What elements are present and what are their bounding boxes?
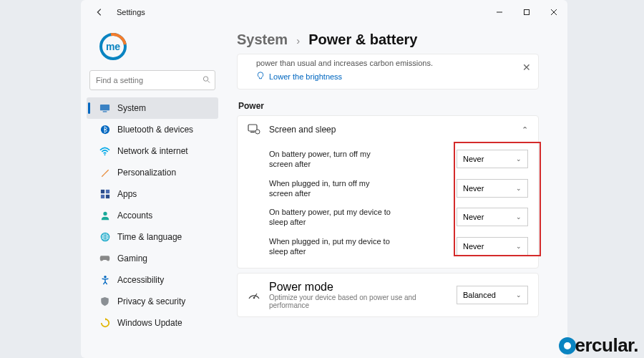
main-panel: System › Power & battery power than usua… — [224, 24, 567, 358]
minimize-button[interactable] — [486, 0, 513, 24]
search-icon — [203, 76, 210, 85]
svg-rect-8 — [100, 190, 104, 193]
card-title: Screen and sleep — [269, 125, 336, 135]
breadcrumb-leaf: Power & battery — [308, 32, 417, 48]
sidebar-item-accessibility[interactable]: Accessibility — [87, 269, 218, 291]
sidebar-item-label: Accessibility — [117, 275, 164, 285]
chevron-down-icon: ⌄ — [516, 243, 522, 250]
power-mode-card: Power mode Optimize your device based on… — [237, 273, 539, 317]
svg-point-7 — [104, 154, 106, 155]
person-icon — [99, 211, 110, 221]
window-title: Settings — [117, 8, 145, 16]
sidebar-item-label: Privacy & security — [117, 296, 185, 306]
sidebar-item-label: Windows Update — [117, 318, 182, 328]
svg-point-19 — [253, 297, 255, 299]
chevron-down-icon: ⌄ — [516, 213, 522, 221]
profile-logo[interactable]: me — [99, 33, 218, 63]
screen-sleep-icon — [248, 123, 260, 136]
setting-label: On battery power, turn off my screen aft… — [269, 149, 391, 170]
nav-list: System Bluetooth & devices Network & int… — [87, 97, 218, 334]
tip-card: power than usual and increases carbon em… — [237, 54, 539, 90]
chevron-up-icon: ⌃ — [522, 125, 528, 135]
sidebar-item-label: Apps — [117, 189, 137, 199]
sidebar-item-system[interactable]: System — [87, 97, 218, 119]
svg-rect-11 — [105, 195, 109, 198]
tip-text: power than usual and increases carbon em… — [256, 59, 531, 67]
section-header-power: Power — [238, 101, 539, 111]
setting-row: On battery power, put my device to sleep… — [269, 203, 528, 232]
sidebar-item-label: System — [117, 103, 146, 113]
dropdown-power-mode[interactable]: Balanced⌄ — [457, 286, 528, 304]
accessibility-icon — [99, 275, 110, 286]
screen-sleep-card: Screen and sleep ⌃ On battery power, tur… — [237, 115, 539, 268]
sidebar-item-label: Time & language — [117, 232, 182, 242]
watermark-logo: ercular. — [559, 334, 638, 357]
sidebar-item-accounts[interactable]: Accounts — [87, 205, 218, 226]
wifi-icon — [99, 146, 110, 157]
dropdown-plugged-screen[interactable]: Never⌄ — [457, 179, 528, 198]
sidebar-item-label: Bluetooth & devices — [117, 125, 193, 135]
globe-icon — [99, 232, 110, 243]
sidebar-item-windows-update[interactable]: Windows Update — [87, 312, 218, 334]
close-icon[interactable]: ✕ — [522, 62, 531, 73]
svg-rect-9 — [105, 190, 109, 193]
lightbulb-icon — [256, 72, 265, 82]
sidebar-item-privacy[interactable]: Privacy & security — [87, 291, 218, 312]
svg-point-14 — [104, 276, 107, 279]
window-controls — [486, 0, 567, 24]
dropdown-battery-screen[interactable]: Never⌄ — [457, 150, 528, 168]
power-mode-icon — [248, 289, 260, 301]
sidebar-item-gaming[interactable]: Gaming — [87, 248, 218, 269]
card-subtitle: Optimize your device based on power use … — [269, 294, 448, 309]
power-mode-row[interactable]: Power mode Optimize your device based on… — [238, 274, 538, 316]
gamepad-icon — [99, 253, 110, 264]
chevron-down-icon: ⌄ — [516, 291, 522, 299]
setting-row: When plugged in, put my device to sleep … — [269, 232, 528, 261]
sidebar-item-time-language[interactable]: Time & language — [87, 226, 218, 248]
sidebar: me System Bluetooth & devices — [81, 24, 224, 358]
chevron-down-icon: ⌄ — [516, 155, 522, 163]
sidebar-item-bluetooth[interactable]: Bluetooth & devices — [87, 119, 218, 140]
shield-icon — [99, 296, 110, 307]
sidebar-item-network[interactable]: Network & internet — [87, 140, 218, 162]
chevron-right-icon: › — [296, 34, 300, 47]
screen-sleep-rows: On battery power, turn off my screen aft… — [238, 143, 538, 268]
card-title: Power mode — [269, 281, 448, 294]
svg-rect-4 — [100, 104, 109, 110]
sidebar-item-label: Gaming — [117, 253, 147, 263]
settings-window: Settings me System — [81, 0, 567, 358]
sidebar-item-label: Personalization — [117, 168, 176, 178]
bluetooth-icon — [99, 125, 110, 135]
setting-row: On battery power, turn off my screen aft… — [269, 145, 528, 174]
svg-line-3 — [208, 81, 210, 83]
svg-rect-5 — [103, 111, 107, 112]
svg-point-17 — [255, 130, 260, 134]
sidebar-item-apps[interactable]: Apps — [87, 183, 218, 205]
svg-point-12 — [103, 212, 107, 216]
search-input-wrap — [89, 70, 215, 90]
svg-rect-15 — [248, 125, 257, 131]
breadcrumb-root[interactable]: System — [237, 32, 288, 48]
update-icon — [99, 318, 110, 329]
close-button[interactable] — [540, 0, 567, 24]
brush-icon — [99, 168, 110, 178]
back-button[interactable] — [88, 1, 111, 24]
tip-link[interactable]: Lower the brightness — [256, 72, 531, 82]
chevron-down-icon: ⌄ — [516, 185, 522, 192]
svg-rect-1 — [525, 10, 530, 15]
breadcrumb: System › Power & battery — [237, 32, 539, 48]
search-input[interactable] — [89, 70, 215, 90]
apps-icon — [99, 189, 110, 200]
monitor-icon — [99, 103, 110, 114]
svg-rect-16 — [250, 132, 255, 132]
dropdown-plugged-sleep[interactable]: Never⌄ — [457, 237, 528, 256]
watermark-icon — [559, 337, 576, 354]
maximize-button[interactable] — [513, 0, 540, 24]
screen-sleep-header[interactable]: Screen and sleep ⌃ — [238, 116, 538, 143]
sidebar-item-label: Accounts — [117, 211, 152, 221]
sidebar-item-personalization[interactable]: Personalization — [87, 162, 218, 183]
setting-label: When plugged in, turn off my screen afte… — [269, 178, 391, 199]
svg-rect-10 — [100, 195, 104, 198]
dropdown-battery-sleep[interactable]: Never⌄ — [457, 208, 528, 226]
titlebar: Settings — [81, 0, 567, 24]
